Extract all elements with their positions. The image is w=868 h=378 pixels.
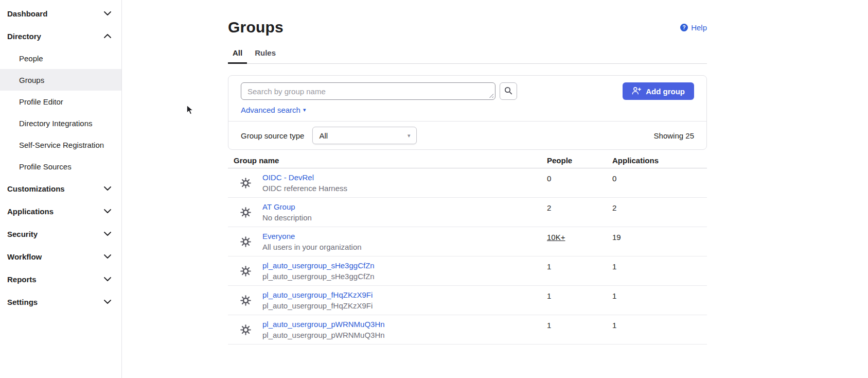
table-row: pl_auto_usergroup_fHqZKzX9Fi pl_auto_use… <box>228 286 707 315</box>
tab-all[interactable]: All <box>228 48 247 64</box>
chevron-down-icon <box>104 254 111 259</box>
sidebar-item-label: Profile Sources <box>19 162 72 171</box>
sidebar-item-directory-integrations[interactable]: Directory Integrations <box>0 112 121 134</box>
table-row: pl_auto_usergroup_pWRNMuQ3Hn pl_auto_use… <box>228 315 707 345</box>
group-description: OIDC reference Harness <box>262 184 347 193</box>
search-icon <box>504 87 512 96</box>
group-name-link[interactable]: AT Group <box>262 202 312 211</box>
sidebar-item-groups[interactable]: Groups <box>0 69 121 91</box>
group-name-link[interactable]: pl_auto_usergroup_pWRNMuQ3Hn <box>262 320 385 329</box>
sidebar-item-profile-sources[interactable]: Profile Sources <box>0 156 121 177</box>
group-source-type-label: Group source type <box>241 131 304 140</box>
chevron-down-icon <box>104 209 111 213</box>
sidebar-item-label: Reports <box>7 275 37 284</box>
group-people-count: 2 <box>547 198 612 227</box>
group-name-link[interactable]: OIDC - DevRel <box>262 173 347 182</box>
sidebar-item-label: Directory <box>7 32 41 41</box>
add-group-label: Add group <box>646 87 685 96</box>
sidebar-item-label: Security <box>7 230 38 238</box>
column-header-group-name: Group name <box>228 156 547 165</box>
sidebar-item-security[interactable]: Security <box>0 222 121 245</box>
showing-count: Showing 25 <box>654 131 694 140</box>
sidebar-item-label: Workflow <box>7 252 42 261</box>
main-content: Groups ? Help All Rules <box>122 0 868 378</box>
group-name-link[interactable]: pl_auto_usergroup_sHe3ggCfZn <box>262 261 375 270</box>
chevron-down-icon <box>104 277 111 281</box>
sidebar-item-label: Groups <box>19 76 44 84</box>
select-value: All <box>319 131 328 140</box>
sidebar-item-label: Applications <box>7 207 54 216</box>
groups-table: Group name People Applications OIDC - De… <box>228 153 707 345</box>
sidebar: Dashboard Directory People Groups Profil… <box>0 0 122 378</box>
group-icon <box>240 207 251 218</box>
sidebar-item-applications[interactable]: Applications <box>0 200 121 222</box>
sidebar-item-label: Settings <box>7 298 38 306</box>
sidebar-item-customizations[interactable]: Customizations <box>0 177 121 200</box>
help-label: Help <box>691 23 707 32</box>
sidebar-item-profile-editor[interactable]: Profile Editor <box>0 91 121 112</box>
sidebar-item-label: Directory Integrations <box>19 119 93 128</box>
sidebar-item-label: Self-Service Registration <box>19 141 104 149</box>
sidebar-item-workflow[interactable]: Workflow <box>0 245 121 268</box>
sidebar-item-label: People <box>19 54 43 63</box>
column-header-people: People <box>547 156 612 165</box>
group-applications-count: 19 <box>612 227 707 256</box>
sidebar-directory-children: People Groups Profile Editor Directory I… <box>0 47 121 177</box>
chevron-down-icon <box>104 186 111 191</box>
tab-bar: All Rules <box>228 48 707 64</box>
advanced-search-label: Advanced search <box>241 106 300 114</box>
group-people-count: 1 <box>547 315 612 344</box>
sidebar-item-label: Dashboard <box>7 9 47 18</box>
sidebar-item-directory[interactable]: Directory <box>0 25 121 47</box>
tab-rules[interactable]: Rules <box>250 48 280 64</box>
help-icon: ? <box>680 24 688 31</box>
group-people-count: 1 <box>547 256 612 285</box>
group-name-link[interactable]: pl_auto_usergroup_fHqZKzX9Fi <box>262 290 373 299</box>
table-header: Group name People Applications <box>228 153 707 168</box>
sidebar-item-settings[interactable]: Settings <box>0 290 121 313</box>
group-icon <box>240 236 251 247</box>
group-description: All users in your organization <box>262 243 362 251</box>
group-icon <box>240 178 251 188</box>
sidebar-item-reports[interactable]: Reports <box>0 268 121 290</box>
search-input[interactable] <box>241 82 495 100</box>
search-box <box>241 82 495 100</box>
group-applications-count: 1 <box>612 256 707 285</box>
search-panel: Add group Advanced search ▾ Group source… <box>228 75 707 150</box>
help-link[interactable]: ? Help <box>680 23 707 32</box>
group-applications-count: 1 <box>612 315 707 344</box>
sidebar-item-label: Profile Editor <box>19 97 63 106</box>
add-user-icon <box>632 87 641 96</box>
group-applications-count: 1 <box>612 286 707 315</box>
group-icon <box>240 266 251 277</box>
group-icon <box>240 295 251 306</box>
chevron-up-icon <box>104 34 111 38</box>
sidebar-item-people[interactable]: People <box>0 47 121 69</box>
group-description: pl_auto_usergroup_fHqZKzX9Fi <box>262 301 373 310</box>
search-button[interactable] <box>500 82 517 100</box>
table-row: OIDC - DevRel OIDC reference Harness 0 0 <box>228 168 707 198</box>
table-row: pl_auto_usergroup_sHe3ggCfZn pl_auto_use… <box>228 256 707 286</box>
group-applications-count: 0 <box>612 168 707 197</box>
chevron-down-icon <box>104 11 111 15</box>
group-source-type-select[interactable]: All ▾ <box>312 127 417 144</box>
page-title: Groups <box>228 19 284 36</box>
sidebar-item-label: Customizations <box>7 184 65 193</box>
group-people-count-link[interactable]: 10K+ <box>547 227 565 256</box>
sidebar-item-self-service-registration[interactable]: Self-Service Registration <box>0 134 121 156</box>
group-description: No description <box>262 213 312 222</box>
chevron-down-icon <box>104 300 111 304</box>
advanced-search-link[interactable]: Advanced search ▾ <box>241 106 306 114</box>
app-root: Dashboard Directory People Groups Profil… <box>0 0 868 378</box>
table-row: AT Group No description 2 2 <box>228 198 707 227</box>
group-icon <box>240 324 251 335</box>
group-description: pl_auto_usergroup_pWRNMuQ3Hn <box>262 331 385 339</box>
group-applications-count: 2 <box>612 198 707 227</box>
sidebar-item-dashboard[interactable]: Dashboard <box>0 2 121 25</box>
caret-down-icon: ▾ <box>408 132 411 139</box>
add-group-button[interactable]: Add group <box>623 82 694 100</box>
group-name-link[interactable]: Everyone <box>262 232 362 240</box>
group-people-count: 0 <box>547 168 612 197</box>
caret-down-icon: ▾ <box>303 107 306 113</box>
chevron-down-icon <box>104 232 111 236</box>
